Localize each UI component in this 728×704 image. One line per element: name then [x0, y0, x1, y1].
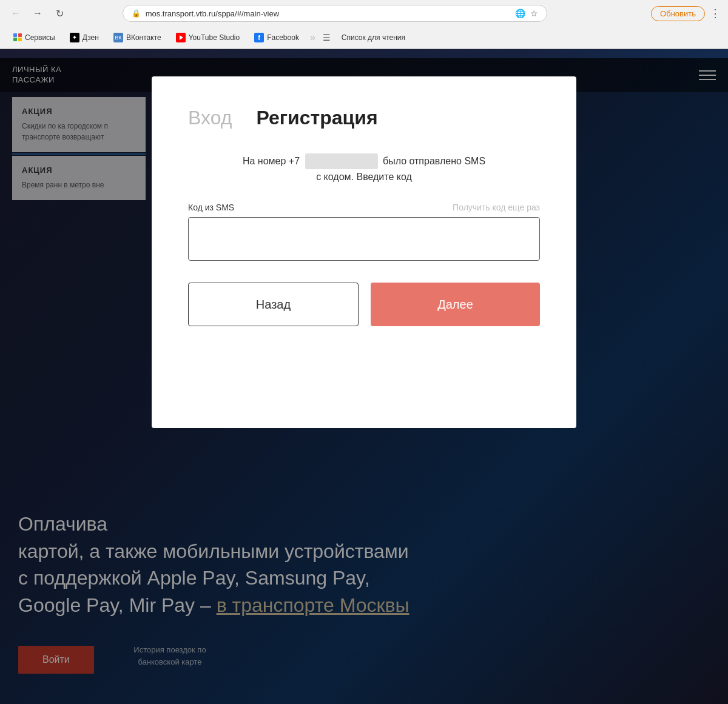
bookmark-youtube[interactable]: YouTube Studio: [170, 31, 246, 44]
bookmark-facebook[interactable]: f Facebook: [248, 31, 305, 44]
description-suffix1: было отправлено SMS: [383, 156, 485, 166]
google-grid-icon: [13, 33, 22, 42]
menu-dots-button[interactable]: ⋮: [710, 7, 721, 20]
bookmark-vk[interactable]: ВК ВКонтакте: [107, 31, 167, 44]
browser-chrome: ← → ↻ 🔒 mos.transport.vtb.ru/sppa/#/main…: [0, 0, 728, 49]
description-suffix2: с кодом. Введите код: [316, 172, 412, 182]
modal-description: На номер +7 было отправлено SMS с кодом.…: [188, 153, 540, 184]
browser-nav: ← → ↻ 🔒 mos.transport.vtb.ru/sppa/#/main…: [0, 0, 728, 27]
modal-overlay: Вход Регистрация На номер +7 было отправ…: [0, 58, 728, 704]
lock-icon: 🔒: [132, 9, 141, 18]
sms-code-label: Код из SMS: [188, 203, 234, 212]
form-row-labels: Код из SMS Получить код еще раз: [188, 203, 540, 212]
bookmark-vk-label: ВКонтакте: [126, 33, 161, 42]
reading-list-label: Список для чтения: [342, 33, 405, 42]
next-button-modal[interactable]: Далее: [371, 283, 540, 326]
address-bar[interactable]: 🔒 mos.transport.vtb.ru/sppa/#/main-view …: [123, 5, 547, 22]
back-button[interactable]: ←: [7, 5, 24, 22]
bookmark-dzen-label: Дзен: [83, 33, 99, 42]
dzen-icon: ✦: [70, 33, 79, 42]
tab-login[interactable]: Вход: [188, 107, 232, 129]
bookmark-youtube-label: YouTube Studio: [189, 33, 240, 42]
translate-icon[interactable]: 🌐: [515, 8, 525, 18]
facebook-icon: f: [254, 33, 264, 42]
sms-code-input[interactable]: [188, 217, 540, 261]
reading-list-icon: ☰: [323, 33, 331, 42]
refresh-button[interactable]: ↻: [51, 5, 68, 22]
resend-code-link[interactable]: Получить код еще раз: [453, 203, 540, 212]
modal-tabs: Вход Регистрация: [188, 107, 540, 129]
bookmark-services[interactable]: Сервисы: [7, 32, 61, 44]
browser-right: Обновить ⋮: [651, 6, 721, 21]
bookmark-facebook-label: Facebook: [267, 33, 299, 42]
star-icon[interactable]: ☆: [530, 8, 538, 18]
youtube-icon: [176, 33, 186, 42]
bookmark-services-label: Сервисы: [25, 33, 55, 42]
bookmarks-separator: »: [310, 32, 315, 43]
bookmark-dzen[interactable]: ✦ Дзен: [64, 31, 105, 44]
vk-icon: ВК: [113, 33, 123, 42]
forward-button[interactable]: →: [29, 5, 46, 22]
update-button[interactable]: Обновить: [651, 6, 705, 21]
reading-list[interactable]: Список для чтения: [335, 32, 411, 44]
description-prefix: На номер +7: [243, 156, 300, 166]
phone-masked: [305, 153, 378, 169]
modal-buttons: Назад Далее: [188, 283, 540, 326]
back-button-modal[interactable]: Назад: [188, 283, 359, 326]
url-text: mos.transport.vtb.ru/sppa/#/main-view: [146, 9, 510, 18]
bookmarks-bar: Сервисы ✦ Дзен ВК ВКонтакте YouTube Stud…: [0, 27, 728, 49]
tab-register[interactable]: Регистрация: [256, 107, 377, 129]
registration-modal: Вход Регистрация На номер +7 было отправ…: [152, 76, 576, 428]
